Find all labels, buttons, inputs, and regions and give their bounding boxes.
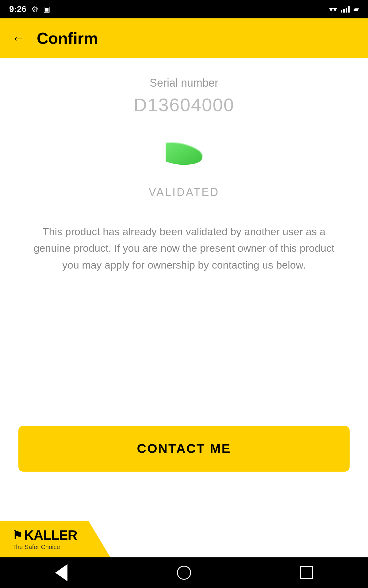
validated-status-text: VALIDATED [149,186,220,199]
recent-nav-icon [300,566,313,579]
page-title: Confirm [37,29,98,47]
status-right: ▾▾ ▰ [329,5,359,14]
status-bar: 9:26 ⚙ ▣ ▾▾ ▰ [0,0,368,18]
back-nav-icon [55,564,67,581]
back-arrow-icon: ← [12,32,25,45]
nav-back-button[interactable] [49,560,74,585]
brand-name: ⚑ KALLER [12,528,77,543]
battery-icon: ▰ [353,5,359,13]
brand-icon: ⚑ [12,529,22,542]
main-content: Serial number D13604000 VALIDATED This p… [0,58,368,292]
status-left: 9:26 ⚙ ▣ [9,4,50,14]
home-nav-icon [177,566,191,580]
brand-name-text: KALLER [24,528,77,543]
description-text: This product has already been validated … [31,223,337,273]
back-button[interactable]: ← [9,29,28,47]
validated-flag-icon [159,140,209,177]
serial-label: Serial number [134,77,234,89]
nav-home-button[interactable] [172,560,196,585]
brand-tagline: The Safer Choice [12,544,60,551]
description-section: This product has already been validated … [18,223,350,273]
validation-section: VALIDATED [149,140,220,199]
nav-bar [0,557,368,588]
settings-icon: ⚙ [31,5,38,14]
contact-button-container: CONTACT ME [18,426,350,472]
wifi-icon: ▾▾ [329,5,337,14]
sim-icon: ▣ [43,5,50,13]
brand-footer: ⚑ KALLER The Safer Choice [0,521,110,557]
nav-recent-button[interactable] [294,560,319,585]
contact-me-button[interactable]: CONTACT ME [18,426,350,472]
serial-value: D13604000 [134,94,234,115]
status-time: 9:26 [9,4,26,14]
signal-bars [341,6,350,13]
app-bar: ← Confirm [0,18,368,58]
serial-section: Serial number D13604000 [134,77,234,115]
brand-logo: ⚑ KALLER The Safer Choice [12,528,77,551]
